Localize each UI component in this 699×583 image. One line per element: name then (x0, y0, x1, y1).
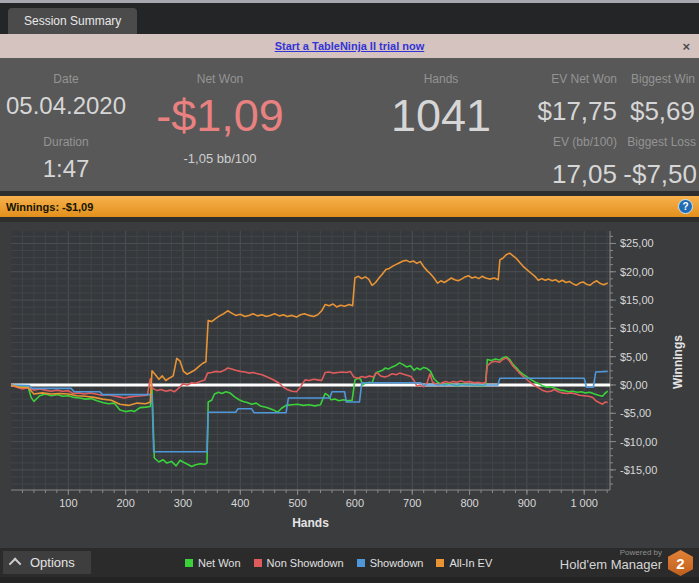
net-won-label: Net Won (138, 72, 302, 86)
svg-text:1 000: 1 000 (570, 497, 598, 509)
svg-text:$25,00: $25,00 (620, 237, 654, 249)
legend-item[interactable]: All-In EV (436, 557, 492, 569)
svg-text:200: 200 (116, 497, 134, 509)
legend-swatch-icon (436, 559, 444, 567)
hands-value: 1041 (375, 90, 507, 142)
x-axis-title: Hands (11, 516, 610, 530)
date-value: 05.04.2020 (0, 92, 132, 120)
winnings-section-header[interactable]: Winnings: -$1,09 ? (0, 196, 699, 217)
net-won-bb100: -1,05 bb/100 (138, 151, 302, 166)
window-bottom-edge (0, 577, 699, 583)
session-summary-window: Session Summary Start a TableNinja II tr… (0, 0, 699, 583)
svg-text:$20,00: $20,00 (620, 266, 654, 278)
legend-swatch-icon (254, 559, 262, 567)
tab-label: Session Summary (24, 14, 121, 28)
footer-bar: Options Net WonNon ShowdownShowdownAll-I… (0, 548, 699, 577)
svg-text:-$5,00: -$5,00 (620, 407, 651, 419)
svg-text:500: 500 (288, 497, 306, 509)
legend-item[interactable]: Net Won (185, 557, 241, 569)
tab-session-summary[interactable]: Session Summary (8, 8, 137, 34)
brand-name: Hold'em Manager (560, 558, 662, 572)
legend-label: Showdown (370, 557, 424, 569)
options-button[interactable]: Options (3, 551, 91, 574)
biggest-win-label: Biggest Win (631, 72, 695, 86)
brand-logo-icon: 2 (668, 550, 693, 576)
svg-text:-$15,00: -$15,00 (620, 464, 657, 476)
svg-text:$15,00: $15,00 (620, 294, 654, 306)
date-label: Date (0, 72, 132, 86)
biggest-loss-label: Biggest Loss (627, 135, 696, 149)
svg-text:400: 400 (231, 497, 249, 509)
duration-value: 1:47 (0, 155, 132, 183)
biggest-loss-value: -$7,50 (623, 159, 697, 190)
svg-text:300: 300 (174, 497, 192, 509)
svg-text:$5,00: $5,00 (620, 351, 648, 363)
close-icon[interactable]: × (682, 40, 690, 53)
chevron-up-icon (9, 558, 22, 571)
legend-swatch-icon (185, 559, 193, 567)
svg-text:900: 900 (518, 497, 536, 509)
winnings-header-label: Winnings: -$1,09 (6, 201, 93, 213)
legend-label: All-In EV (449, 557, 492, 569)
options-label: Options (30, 555, 75, 570)
ev-bb100-value: 17,05 (552, 159, 617, 190)
ev-net-won-value: $17,75 (537, 96, 617, 127)
svg-text:600: 600 (346, 497, 364, 509)
trial-link[interactable]: Start a TableNinja II trial now (275, 40, 425, 52)
powered-by-block: Powered by Hold'em Manager (560, 549, 662, 572)
net-won-value: -$1,09 (138, 90, 302, 142)
biggest-win-value: $5,69 (630, 96, 695, 127)
stats-panel: Date 05.04.2020 Duration 1:47 Net Won -$… (0, 58, 699, 191)
y-axis-title: Winnings (671, 335, 685, 389)
chart-legend: Net WonNon ShowdownShowdownAll-In EV (185, 548, 492, 577)
legend-item[interactable]: Non Showdown (254, 557, 344, 569)
legend-swatch-icon (357, 559, 365, 567)
svg-text:$0,00: $0,00 (620, 379, 648, 391)
hands-label: Hands (375, 72, 507, 86)
chart-canvas: $25,00$20,00$15,00$10,00$5,00$0,00-$5,00… (0, 222, 699, 548)
svg-text:700: 700 (403, 497, 421, 509)
svg-text:-$10,00: -$10,00 (620, 436, 657, 448)
svg-text:800: 800 (460, 497, 478, 509)
trial-banner: Start a TableNinja II trial now × (0, 34, 699, 58)
svg-text:100: 100 (59, 497, 77, 509)
legend-item[interactable]: Showdown (357, 557, 424, 569)
legend-label: Net Won (198, 557, 241, 569)
ev-net-won-label: EV Net Won (551, 72, 617, 86)
legend-label: Non Showdown (267, 557, 344, 569)
help-icon[interactable]: ? (678, 199, 693, 214)
ev-bb100-label: EV (bb/100) (553, 135, 617, 149)
tab-bar: Session Summary (0, 3, 699, 34)
winnings-chart: $25,00$20,00$15,00$10,00$5,00$0,00-$5,00… (0, 222, 699, 548)
duration-label: Duration (0, 135, 132, 149)
svg-text:$10,00: $10,00 (620, 322, 654, 334)
